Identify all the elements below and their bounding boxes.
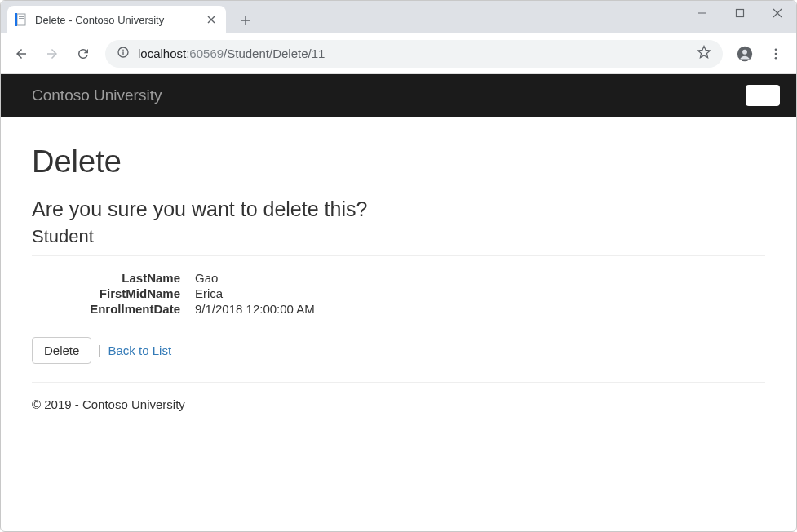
confirm-question: Are you sure you want to delete this? <box>32 197 765 221</box>
navbar-toggle-button[interactable] <box>746 85 780 106</box>
form-actions: Delete | Back to List <box>32 337 765 364</box>
field-label: FirstMidName <box>32 286 195 300</box>
reload-icon[interactable] <box>69 40 97 68</box>
profile-avatar-icon[interactable] <box>731 40 759 68</box>
page-content: Contoso University Delete Are you sure y… <box>1 74 796 428</box>
action-divider: | <box>98 344 101 358</box>
field-value: 9/1/2018 12:00:00 AM <box>195 302 765 316</box>
browser-toolbar: localhost:60569/Student/Delete/11 <box>1 33 796 74</box>
entity-name: Student <box>32 226 765 256</box>
svg-point-11 <box>775 48 777 51</box>
close-window-icon[interactable] <box>759 1 796 25</box>
svg-point-10 <box>742 49 747 54</box>
svg-rect-1 <box>19 16 24 17</box>
minimize-icon[interactable] <box>684 1 721 25</box>
field-label: LastName <box>32 271 195 285</box>
address-bar[interactable]: localhost:60569/Student/Delete/11 <box>105 40 723 68</box>
svg-point-12 <box>775 52 777 55</box>
url-path: /Student/Delete/11 <box>224 47 325 60</box>
favicon-icon <box>15 13 29 26</box>
svg-rect-4 <box>15 13 17 26</box>
svg-rect-2 <box>19 18 24 19</box>
svg-rect-5 <box>737 10 744 17</box>
page-heading: Delete <box>32 144 765 180</box>
title-bar: Delete - Contoso University <box>1 1 796 33</box>
svg-point-7 <box>122 50 124 51</box>
navbar-brand[interactable]: Contoso University <box>32 86 162 104</box>
footer-text: © 2019 - Contoso University <box>32 397 765 411</box>
menu-dots-icon[interactable] <box>762 40 790 68</box>
field-label: EnrollmentDate <box>32 302 195 316</box>
url-text: localhost:60569/Student/Delete/11 <box>138 47 325 60</box>
browser-tab[interactable]: Delete - Contoso University <box>7 6 226 33</box>
new-tab-icon[interactable] <box>234 9 257 32</box>
bookmark-star-icon[interactable] <box>697 45 711 62</box>
tab-close-icon[interactable] <box>205 13 218 26</box>
url-host: localhost <box>138 47 186 60</box>
back-to-list-link[interactable]: Back to List <box>108 344 172 357</box>
field-value: Gao <box>195 271 765 285</box>
details-list: LastName Gao FirstMidName Erica Enrollme… <box>32 271 765 316</box>
back-icon[interactable] <box>7 40 35 68</box>
svg-rect-3 <box>19 20 22 20</box>
window-controls <box>684 1 796 25</box>
main-container: Delete Are you sure you want to delete t… <box>1 117 796 428</box>
maximize-icon[interactable] <box>721 1 759 25</box>
tab-title: Delete - Contoso University <box>35 14 205 26</box>
svg-rect-8 <box>122 51 123 55</box>
forward-icon[interactable] <box>38 40 66 68</box>
delete-button[interactable]: Delete <box>32 337 91 364</box>
field-value: Erica <box>195 286 765 300</box>
site-navbar: Contoso University <box>1 74 796 117</box>
svg-point-13 <box>775 56 777 59</box>
footer-divider <box>32 382 765 383</box>
site-info-icon[interactable] <box>117 46 130 61</box>
browser-chrome: Delete - Contoso University <box>1 1 796 74</box>
url-port: :60569 <box>186 47 224 60</box>
